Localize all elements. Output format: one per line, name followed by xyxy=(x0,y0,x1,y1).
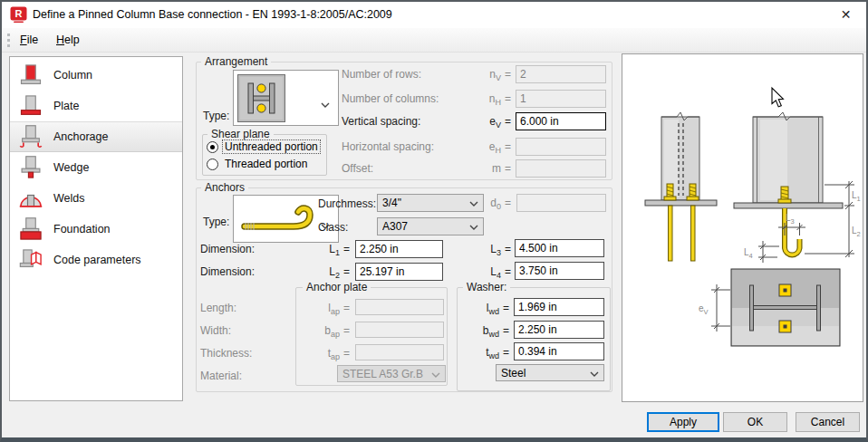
number-of-rows-label: Number of rows: xyxy=(342,68,421,81)
arrangement-group-title: Arrangement xyxy=(201,55,271,68)
sidebar-item-column[interactable]: Column xyxy=(10,60,182,91)
washer-group-title: Washer: xyxy=(463,281,510,293)
bwd-input[interactable] xyxy=(514,321,604,339)
sidebar-item-label: Welds xyxy=(53,192,85,205)
ev-symbol: eV= xyxy=(461,115,511,130)
chevron-down-icon xyxy=(321,95,330,111)
class-value: A307 xyxy=(382,220,469,233)
sidebar-item-welds[interactable]: Welds xyxy=(10,183,182,214)
offset-label: Offset: xyxy=(342,162,373,175)
sidebar-item-plate[interactable]: Plate xyxy=(10,91,182,121)
horizontal-spacing-label: Horizontal spacing: xyxy=(342,140,434,153)
title-bar: R Define a Pinned Column Base connection… xyxy=(2,2,866,28)
arrangement-type-combobox[interactable] xyxy=(233,70,339,126)
twd-symbol: twd= xyxy=(459,346,509,360)
plate-icon xyxy=(17,93,44,119)
sidebar-item-anchorage[interactable]: Anchorage xyxy=(10,121,182,152)
horizontal-spacing-input xyxy=(516,138,606,156)
sidebar-item-code-parameters[interactable]: Code parameters xyxy=(10,245,182,275)
svg-text:eV: eV xyxy=(699,303,709,316)
sidebar-item-label: Plate xyxy=(53,100,80,112)
svg-text:L4: L4 xyxy=(744,247,753,260)
anchors-type-label: Type: xyxy=(203,216,229,228)
dimension-label-1: Dimension: xyxy=(200,243,255,255)
number-of-rows-input xyxy=(516,65,606,83)
sidebar-item-wedge[interactable]: Wedge xyxy=(10,152,182,183)
ok-button[interactable]: OK xyxy=(723,412,787,432)
sidebar-item-label: Anchorage xyxy=(53,130,108,143)
vertical-spacing-input[interactable] xyxy=(516,112,606,130)
column-icon xyxy=(17,62,44,88)
wedge-icon xyxy=(17,155,44,180)
menu-help[interactable]: Help xyxy=(53,33,83,47)
anchor-plate-group-title: Anchor plate xyxy=(303,281,371,293)
radio-unchecked-icon xyxy=(207,159,218,170)
d0-input xyxy=(516,194,606,212)
unthreaded-portion-radio[interactable]: Unthreaded portion xyxy=(207,140,320,153)
diameter-value: 3/4" xyxy=(382,197,469,209)
eh-symbol: eH= xyxy=(461,140,511,155)
nv-symbol: nV= xyxy=(461,68,511,82)
width-input xyxy=(355,322,444,338)
arrangement-type-label: Type: xyxy=(203,110,229,122)
menu-file[interactable]: File xyxy=(16,33,42,47)
mouse-cursor-icon xyxy=(772,88,784,107)
anchorage-icon xyxy=(17,124,44,149)
lap-symbol: lap= xyxy=(300,302,350,316)
diameter-label: Durchmess: xyxy=(318,197,376,210)
vertical-spacing-label: Vertical spacing: xyxy=(342,115,420,128)
twd-input[interactable] xyxy=(514,342,604,360)
svg-text:L2: L2 xyxy=(852,226,861,238)
dimension-label-2: Dimension: xyxy=(200,265,255,278)
tap-symbol: tap= xyxy=(300,347,350,361)
chevron-down-icon xyxy=(431,368,440,380)
bap-symbol: bap= xyxy=(300,324,350,339)
radio-checked-icon xyxy=(207,141,218,153)
shear-plane-group-title: Shear plane xyxy=(207,128,274,140)
chevron-down-icon xyxy=(469,220,478,233)
close-icon[interactable]: ✕ xyxy=(825,2,866,28)
l4-symbol: L4= xyxy=(461,265,511,280)
l3-input[interactable] xyxy=(515,239,604,257)
foundation-icon xyxy=(17,216,44,242)
l2-symbol: L2= xyxy=(300,265,350,280)
thickness-label: Thickness: xyxy=(200,347,252,360)
sidebar-item-label: Column xyxy=(53,69,92,82)
m-symbol: m= xyxy=(461,162,511,177)
washer-material-value: Steel xyxy=(501,367,590,380)
anchor-arrangement-h-section-icon xyxy=(237,74,285,126)
chevron-down-icon xyxy=(590,367,599,380)
sidebar-item-label: Code parameters xyxy=(53,254,141,266)
lwd-symbol: lwd= xyxy=(459,302,509,316)
l4-input[interactable] xyxy=(515,262,604,280)
diameter-combobox[interactable]: 3/4" xyxy=(377,194,484,212)
material-label: Material: xyxy=(200,370,242,382)
anchorage-diagram: L1 L2 L3 L4 xyxy=(622,54,863,401)
unthreaded-portion-label: Unthreaded portion xyxy=(223,140,320,153)
length-input xyxy=(355,299,444,315)
length-label: Length: xyxy=(200,302,236,314)
threaded-portion-radio[interactable]: Threaded portion xyxy=(207,158,309,170)
l2-input[interactable] xyxy=(355,263,443,281)
class-label: Class: xyxy=(318,221,348,234)
svg-text:L1: L1 xyxy=(852,190,861,203)
sidebar-item-foundation[interactable]: Foundation xyxy=(10,214,182,245)
dialog-window: R Define a Pinned Column Base connection… xyxy=(0,0,868,442)
offset-input xyxy=(516,159,606,178)
window-title: Define a Pinned Column Base connection -… xyxy=(33,8,392,21)
toolbar-grip-icon xyxy=(7,34,10,47)
code-parameters-icon xyxy=(17,247,44,273)
apply-button[interactable]: Apply xyxy=(647,412,719,432)
anchors-group-title: Anchors xyxy=(201,181,248,194)
thickness-input xyxy=(355,344,444,360)
menu-bar: File Help xyxy=(2,28,866,53)
category-sidebar: Column Plate Anchorage xyxy=(9,56,183,401)
threaded-portion-label: Threaded portion xyxy=(223,158,309,170)
class-combobox[interactable]: A307 xyxy=(377,217,484,235)
cancel-button[interactable]: Cancel xyxy=(796,412,860,432)
l1-input[interactable] xyxy=(355,240,443,258)
washer-material-combobox[interactable]: Steel xyxy=(496,364,604,381)
nh-symbol: nH= xyxy=(461,92,511,107)
lwd-input[interactable] xyxy=(514,298,604,316)
l3-symbol: L3= xyxy=(461,243,511,257)
